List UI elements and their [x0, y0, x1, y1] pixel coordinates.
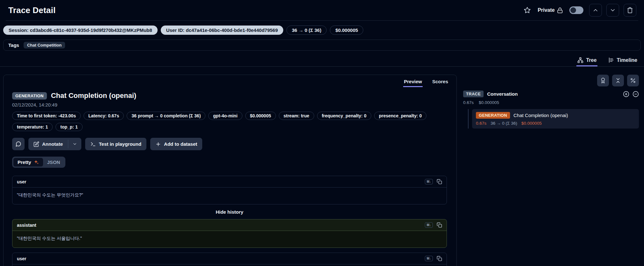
- metric-cost: $0.000005: [245, 112, 276, 120]
- trace-badge-row: Session: cd3abcd6-c81c-4037-935d-19d9f27…: [0, 21, 644, 39]
- content-area: Preview Scores GENERATION Chat Completio…: [0, 67, 644, 266]
- markdown-toggle-icon[interactable]: M↓: [425, 256, 433, 261]
- node-cost: $0.000005: [521, 121, 542, 126]
- observation-tree: GENERATION Chat Completion (openai) 0.67…: [468, 109, 639, 129]
- tab-preview[interactable]: Preview: [403, 78, 423, 87]
- message-header: user M↓: [12, 176, 447, 188]
- view-tabs: Tree Timeline: [0, 56, 644, 67]
- sidebar-toolbar: [463, 75, 639, 86]
- expand-all-button[interactable]: [623, 91, 629, 97]
- node-tokens: 36 → 0 (Σ 36): [491, 121, 517, 126]
- collapse-tree-button[interactable]: [612, 75, 624, 86]
- annotate-button[interactable]: Annotate: [28, 138, 68, 150]
- metric-presence-penalty: presence_penalty: 0: [374, 112, 427, 120]
- hide-history-button[interactable]: Hide history: [12, 209, 447, 215]
- trace-metrics: 0.67s $0.000005: [463, 100, 639, 105]
- visibility-label: Private: [538, 7, 563, 13]
- token-usage-badge: 36 → 0 (Σ 36): [286, 26, 327, 35]
- metric-badges: Time to first token: -423.00s Latency: 0…: [4, 107, 447, 131]
- chevron-down-icon: [610, 7, 616, 13]
- tab-timeline-label: Timeline: [617, 57, 637, 63]
- trace-cost: $0.000005: [479, 100, 499, 105]
- observation-type-badge: GENERATION: [12, 92, 47, 100]
- message-role: user: [17, 179, 26, 184]
- collapse-all-button[interactable]: [633, 91, 639, 97]
- annotate-dropdown-button[interactable]: [68, 138, 81, 150]
- message-tools: M↓: [425, 222, 442, 228]
- public-toggle[interactable]: [569, 6, 583, 14]
- fold-vertical-icon: [615, 78, 621, 84]
- plus-circle-icon: [623, 91, 629, 97]
- message-content: "감사합니다 ": [12, 264, 447, 266]
- node-metrics: 0.67s 36 → 0 (Σ 36) $0.000005: [476, 121, 635, 126]
- message-tools: M↓: [425, 256, 442, 261]
- message-box-user-2: user M↓ "감사합니다 ": [12, 253, 447, 266]
- visibility-text: Private: [538, 7, 555, 13]
- message-box-user-1: user M↓ "대한민국의 수도는 무엇인가요?": [12, 176, 447, 204]
- copy-icon[interactable]: [437, 256, 442, 261]
- node-header: GENERATION Chat Completion (openai): [476, 112, 635, 119]
- comment-button[interactable]: [12, 138, 25, 150]
- tree-node-generation[interactable]: GENERATION Chat Completion (openai) 0.67…: [472, 109, 639, 129]
- markdown-toggle-icon[interactable]: M↓: [425, 222, 433, 228]
- sparkles-icon: [33, 159, 39, 165]
- annotate-label: Annotate: [42, 141, 63, 147]
- toggle-knob: [570, 7, 576, 13]
- observation-timestamp: 02/12/2024, 14:20:49: [4, 100, 456, 107]
- bookmark-star-icon[interactable]: [524, 7, 531, 14]
- tags-container: Tags Chat Competition: [3, 40, 641, 51]
- markdown-toggle-icon[interactable]: M↓: [425, 179, 433, 184]
- trace-title: Conversation: [487, 91, 518, 97]
- playground-label: Test in playground: [99, 141, 141, 147]
- test-in-playground-button[interactable]: Test in playground: [85, 138, 146, 150]
- node-title: Chat Completion (openai): [514, 113, 568, 118]
- cost-badge: $0.000005: [330, 26, 363, 35]
- tree-zoom-controls: [623, 91, 639, 97]
- format-pretty-button[interactable]: Pretty: [13, 158, 43, 166]
- tab-tree[interactable]: Tree: [576, 56, 597, 66]
- trace-latency: 0.67s: [463, 100, 474, 105]
- metric-top-p: top_p: 1: [56, 123, 82, 131]
- trace-type-badge: TRACE: [463, 91, 484, 97]
- observation-panel: Preview Scores GENERATION Chat Completio…: [3, 75, 457, 266]
- message-header: assistant M↓: [12, 219, 447, 231]
- delete-trace-button[interactable]: [624, 4, 636, 17]
- io-preview: user M↓ "대한민국의 수도는 무엇인가요?" Hide history …: [12, 176, 447, 266]
- user-id-badge[interactable]: User ID: dc47a41e-06bc-400d-bde1-f0e440d…: [161, 26, 283, 35]
- observation-title: Chat Completion (openai): [51, 92, 137, 100]
- add-to-dataset-button[interactable]: Add to dataset: [150, 138, 202, 150]
- trash-icon: [627, 7, 633, 13]
- pretty-label: Pretty: [18, 159, 31, 165]
- copy-icon[interactable]: [437, 222, 442, 228]
- chevron-up-icon: [592, 7, 599, 13]
- percent-icon: [630, 78, 636, 84]
- page-title: Trace Detail: [8, 5, 56, 15]
- message-content: "대한민국의 수도는 서울입니다.": [12, 231, 447, 248]
- tab-timeline[interactable]: Timeline: [607, 56, 638, 66]
- metric-temperature: temperature: 1: [12, 123, 53, 131]
- message-box-assistant: assistant M↓ "대한민국의 수도는 서울입니다.": [12, 219, 447, 248]
- node-latency: 0.67s: [476, 121, 486, 126]
- tree-icon: [577, 57, 583, 63]
- scores-toggle-button[interactable]: [597, 75, 609, 86]
- next-trace-button[interactable]: [606, 4, 619, 17]
- message-role: user: [17, 256, 26, 261]
- tab-scores[interactable]: Scores: [432, 78, 449, 87]
- format-json-button[interactable]: JSON: [43, 158, 64, 166]
- metrics-percent-button[interactable]: [627, 75, 639, 86]
- metric-frequency-penalty: frequency_penalty: 0: [317, 112, 371, 120]
- copy-icon[interactable]: [437, 179, 442, 184]
- page-header: Trace Detail Private: [0, 0, 644, 20]
- trace-root-row[interactable]: TRACE Conversation: [463, 91, 639, 97]
- add-to-dataset-label: Add to dataset: [164, 141, 197, 147]
- pen-square-icon: [33, 141, 39, 147]
- tab-tree-label: Tree: [586, 57, 596, 63]
- action-buttons: Annotate Test in playground Add to datas…: [4, 131, 456, 150]
- prev-trace-button[interactable]: [589, 4, 602, 17]
- tag-chip[interactable]: Chat Competition: [24, 42, 65, 48]
- message-content: "대한민국의 수도는 무엇인가요?": [12, 188, 447, 204]
- comment-icon: [15, 141, 21, 147]
- panel-tabs: Preview Scores: [4, 75, 456, 87]
- session-badge[interactable]: Session: cd3abcd6-c81c-4037-935d-19d9f27…: [3, 26, 158, 35]
- node-type-badge: GENERATION: [476, 112, 510, 119]
